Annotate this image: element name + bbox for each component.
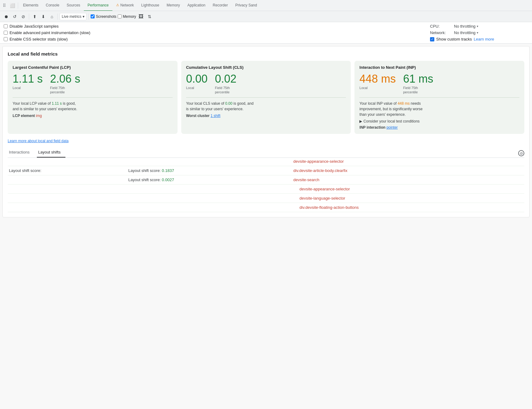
inp-card: Interaction to Next Paint (INP) 448 ms L…	[354, 61, 524, 134]
settings-left: Disable JavaScript samples Enable advanc…	[4, 24, 424, 41]
element-cell-4: devsite-language-selector	[292, 194, 524, 203]
score-indent-3	[127, 185, 292, 194]
metric-cards: Largest Contentful Paint (LCP) 1.11 s Lo…	[8, 61, 524, 134]
score-value-cell	[127, 158, 292, 166]
show-tracks-text: Show custom tracks	[436, 37, 472, 41]
inp-collapsible[interactable]: ▶ Consider your local test conditions	[359, 119, 519, 123]
css-selector-text: Enable CSS selector stats (slow)	[10, 37, 68, 41]
advanced-paint-label[interactable]: Enable advanced paint instrumentation (s…	[4, 30, 424, 35]
toolbar-divider-3	[88, 14, 89, 20]
devtools-icon-2[interactable]: ⬜	[9, 2, 15, 9]
tab-application[interactable]: Application	[184, 0, 209, 11]
tab-console[interactable]: Console	[42, 0, 63, 11]
cls-card: Cumulative Layout Shift (CLS) 0.00 Local…	[181, 61, 351, 134]
table-row: devsite-appearance-selector	[8, 185, 524, 194]
element-link-5[interactable]: div.devsite-floating-action-buttons	[299, 205, 359, 210]
tab-performance[interactable]: Performance	[84, 0, 112, 11]
toolbar-divider-2	[57, 14, 58, 20]
settings-extra-btn[interactable]: ⇅	[146, 13, 153, 20]
inp-values: 448 ms Local 61 ms Field 75thpercentile	[359, 73, 519, 94]
lcp-local-value: 1.11 s	[13, 73, 43, 85]
tab-bar: ⠿ ⬜ Elements Console Sources Performance…	[0, 0, 532, 11]
tab-recorder[interactable]: Recorder	[209, 0, 232, 11]
screenshots-checkbox-label[interactable]: Screenshots	[91, 14, 116, 19]
indent-cell-3	[8, 185, 127, 194]
element-link-1[interactable]: div.devsite-article-body.clearfix	[293, 168, 347, 173]
element-link-2[interactable]: devsite-search	[293, 177, 319, 182]
upload-button[interactable]: ⬆	[31, 13, 38, 20]
show-tracks-learn-more[interactable]: Learn more	[474, 37, 494, 41]
element-link-0[interactable]: devsite-appearance-selector	[293, 159, 344, 164]
disable-js-checkbox[interactable]	[4, 24, 8, 28]
element-link-3[interactable]: devsite-appearance-selector	[299, 187, 350, 191]
cpu-label: CPU:	[430, 24, 452, 29]
css-selector-checkbox[interactable]	[4, 37, 8, 41]
inp-field-block: 61 ms Field 75thpercentile	[403, 73, 433, 94]
cls-worst-cluster: Worst cluster 1 shift	[186, 114, 346, 118]
cpu-select[interactable]: No throttling ▾	[454, 24, 478, 29]
network-chevron: ▾	[477, 31, 478, 34]
disable-js-label[interactable]: Disable JavaScript samples	[4, 24, 424, 29]
reload-button[interactable]: ↺	[11, 13, 18, 20]
lcp-description: Your local LCP value of 1.11 s is good,a…	[13, 101, 173, 112]
inp-title: Interaction to Next Paint (INP)	[359, 65, 519, 70]
network-select[interactable]: No throttling ▾	[454, 30, 478, 35]
score-value-cell-2: Layout shift score: 0.0027	[127, 175, 292, 185]
cls-description: Your local CLS value of 0.00 is good, an…	[186, 101, 346, 112]
cls-local-label: Local	[186, 86, 208, 90]
lcp-values: 1.11 s Local 2.06 s Field 75thpercentile	[13, 73, 173, 94]
css-selector-label[interactable]: Enable CSS selector stats (slow)	[4, 37, 424, 41]
lcp-local-label: Local	[13, 86, 43, 90]
element-cell-2: devsite-search	[292, 175, 524, 185]
tab-elements[interactable]: Elements	[19, 0, 42, 11]
network-row: Network: No throttling ▾	[430, 30, 528, 35]
toolbar-divider-1	[29, 14, 29, 20]
home-button[interactable]: ⌂	[48, 13, 56, 20]
live-metrics-select[interactable]: Live metrics ▾	[60, 13, 87, 20]
live-metrics-chevron: ▾	[83, 14, 84, 19]
cls-field-label: Field 75thpercentile	[215, 86, 237, 95]
advanced-paint-text: Enable advanced paint instrumentation (s…	[10, 30, 90, 35]
lcp-field-value: 2.06 s	[50, 73, 80, 85]
memory-checkbox-label[interactable]: Memory	[118, 14, 136, 19]
cls-local-value: 0.00	[186, 73, 208, 85]
score-val-1: 0.1837	[162, 168, 174, 173]
learn-more-link[interactable]: Learn more about local and field data	[8, 139, 524, 143]
devtools-icons: ⠿ ⬜	[1, 2, 18, 9]
download-button[interactable]: ⬇	[40, 13, 47, 20]
settings-right: CPU: No throttling ▾ Network: No throttl…	[424, 24, 528, 41]
inp-divider	[359, 97, 519, 98]
element-link-4[interactable]: devsite-language-selector	[299, 196, 345, 201]
lcp-element-row: LCP element img	[13, 114, 173, 118]
element-cell-1: div.devsite-article-body.clearfix	[292, 166, 524, 175]
inp-local-label: Local	[359, 86, 396, 90]
cls-local-block: 0.00 Local	[186, 73, 208, 94]
tab-network[interactable]: ⚠ Network	[112, 0, 138, 11]
show-tracks-row: ✓ Show custom tracks Learn more	[430, 37, 528, 41]
advanced-paint-checkbox[interactable]	[4, 31, 8, 35]
disable-js-text: Disable JavaScript samples	[10, 24, 59, 29]
inp-interaction-link[interactable]: pointer	[386, 125, 398, 130]
lcp-desc-highlight: 1.11 s	[52, 101, 62, 106]
lcp-field-label: Field 75thpercentile	[50, 86, 80, 95]
screenshots-checkbox[interactable]	[91, 14, 95, 18]
memory-checkbox[interactable]	[118, 14, 122, 18]
record-button[interactable]: ⏺	[2, 13, 10, 20]
screenshot-icon-btn[interactable]: 🖼	[137, 13, 145, 20]
tab-interactions[interactable]: Interactions	[8, 147, 34, 158]
element-cell-5: div.devsite-floating-action-buttons	[292, 203, 524, 212]
tab-sources[interactable]: Sources	[63, 0, 84, 11]
cls-field-block: 0.02 Field 75thpercentile	[215, 73, 237, 94]
show-tracks-checkbox[interactable]: ✓	[430, 37, 434, 41]
tab-layout-shifts[interactable]: Layout shifts	[37, 147, 65, 158]
tab-memory[interactable]: Memory	[163, 0, 184, 11]
cls-desc-highlight: 0.00	[225, 101, 232, 106]
tab-lighthouse[interactable]: Lighthouse	[138, 0, 163, 11]
lcp-element-tag: img	[36, 114, 42, 118]
cls-divider	[186, 97, 346, 98]
tab-privacy-sand[interactable]: Privacy Sand	[232, 0, 261, 11]
devtools-icon-1[interactable]: ⠿	[1, 2, 7, 9]
block-icon[interactable]: ⊘	[518, 150, 524, 156]
cls-worst-cluster-link[interactable]: 1 shift	[210, 114, 220, 118]
stop-button[interactable]: ⊘	[20, 13, 27, 20]
